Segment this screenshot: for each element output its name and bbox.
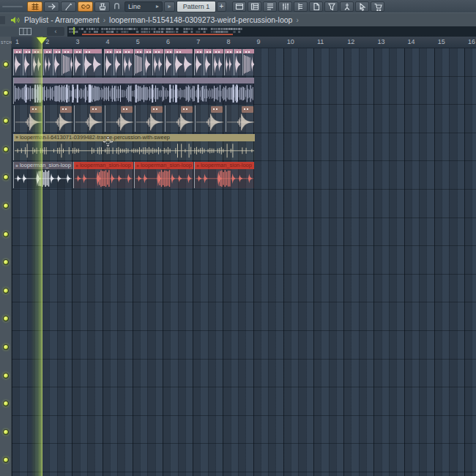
audio-clip-sion-loop[interactable]: »looperman_sion-loop bbox=[194, 162, 254, 188]
mixer-icon bbox=[281, 2, 290, 11]
track-mute-led[interactable] bbox=[3, 90, 9, 96]
track-mute-led[interactable] bbox=[3, 62, 9, 67]
pattern-selector[interactable]: Pattern 1 bbox=[176, 1, 216, 12]
clip-waveform bbox=[14, 170, 72, 187]
open-touch-button[interactable] bbox=[340, 1, 354, 12]
track-mute-led[interactable] bbox=[3, 231, 9, 237]
top-toolbar: Line ▸ ▸ Pattern 1 + bbox=[0, 0, 476, 12]
audio-clip-percussion-chops[interactable] bbox=[134, 49, 143, 75]
clip-label: looperman-l-6413071-0399482-trance-percu… bbox=[20, 134, 170, 141]
playlist-grid[interactable]: »looperman-l-6413071-0399482-trance-perc… bbox=[12, 48, 476, 476]
audio-clip-percussion-chops[interactable] bbox=[212, 49, 223, 75]
track-mute-led[interactable] bbox=[3, 401, 9, 406]
open-hand-button[interactable] bbox=[355, 1, 369, 12]
track-mute-led[interactable] bbox=[3, 457, 9, 463]
open-channel-rack-button[interactable] bbox=[263, 1, 277, 12]
bar-number: 5 bbox=[136, 38, 140, 45]
track-mute-led[interactable] bbox=[3, 203, 9, 209]
audio-clip-percussion-chops[interactable] bbox=[31, 49, 42, 75]
audio-clip-percussion-chops[interactable] bbox=[234, 49, 242, 75]
audio-clip-percussion-chops[interactable] bbox=[73, 49, 82, 75]
audio-clip-percussion-chops[interactable] bbox=[174, 49, 193, 75]
breadcrumb-playlist[interactable]: Playlist - Arrangement bbox=[24, 15, 100, 24]
track-mute-led[interactable] bbox=[3, 174, 9, 180]
audio-clip-percussion-chops[interactable] bbox=[164, 49, 173, 75]
track-mute-led[interactable] bbox=[3, 259, 9, 265]
clip-header bbox=[144, 49, 152, 53]
audio-clip-percussion-chops[interactable] bbox=[53, 49, 61, 75]
track-mute-led[interactable] bbox=[3, 316, 9, 321]
clip-waveform bbox=[225, 54, 233, 74]
audio-clip-percussion-chops[interactable] bbox=[114, 49, 122, 75]
plus-icon: + bbox=[220, 2, 224, 10]
audio-clip-sweep-hits[interactable] bbox=[105, 105, 134, 132]
snap-selector[interactable]: Line ▸ bbox=[124, 1, 163, 12]
open-browser-button[interactable] bbox=[294, 1, 308, 12]
track-mute-led[interactable] bbox=[3, 118, 9, 124]
audio-clip-percussion-chops[interactable] bbox=[23, 49, 31, 75]
audio-clip-sion-loop[interactable]: »looperman_sion-loop bbox=[13, 162, 72, 188]
paint-tool-button[interactable] bbox=[44, 1, 59, 12]
master-slider[interactable] bbox=[2, 6, 23, 7]
open-funnel-button[interactable] bbox=[324, 1, 338, 12]
clip-header bbox=[44, 49, 52, 53]
audio-clip-percussion-chops[interactable] bbox=[152, 49, 163, 75]
timeline-ruler[interactable]: 12345678910111213141516 bbox=[12, 37, 476, 48]
track-mute-led[interactable] bbox=[3, 429, 9, 435]
clip-play-icon: » bbox=[75, 163, 78, 168]
open-cart-button[interactable] bbox=[371, 1, 384, 12]
audio-clip-sweep-hits[interactable] bbox=[74, 105, 103, 132]
clip-waveform bbox=[165, 54, 173, 74]
track-mute-led[interactable] bbox=[3, 146, 9, 152]
track-mute-led[interactable] bbox=[3, 288, 9, 294]
draw-tool-button[interactable] bbox=[27, 1, 42, 12]
audio-clip-sion-loop[interactable]: »looperman_sion-loop bbox=[134, 162, 193, 188]
clip-waveform bbox=[144, 54, 152, 74]
audio-clip-sweep-hits[interactable] bbox=[165, 105, 194, 132]
overview-minimap[interactable] bbox=[67, 26, 476, 37]
audio-clip-sweep-hits[interactable] bbox=[14, 105, 43, 132]
open-piano-roll-button[interactable] bbox=[248, 1, 261, 12]
overview-strip[interactable]: ‹ bbox=[0, 26, 476, 37]
bar-number: 3 bbox=[75, 38, 79, 45]
scroll-left-button[interactable]: ‹ bbox=[47, 27, 64, 36]
open-mixer-button[interactable] bbox=[278, 1, 292, 12]
audio-clip-percussion-chops[interactable] bbox=[122, 49, 133, 75]
document-icon bbox=[312, 2, 321, 11]
pattern-nav-button[interactable]: ▸ bbox=[164, 1, 175, 12]
audio-clip-percussion-chops[interactable] bbox=[242, 49, 254, 75]
clip-header: »looperman_sion-loop bbox=[74, 162, 133, 169]
breadcrumb-arrangement-name[interactable]: looperman-l-5154148-0309273-weird-percus… bbox=[109, 15, 292, 24]
keyboard-icon bbox=[19, 28, 31, 35]
audio-clip-percussion-chops[interactable] bbox=[204, 49, 212, 75]
open-document-button[interactable] bbox=[309, 1, 323, 12]
open-window-button[interactable] bbox=[232, 1, 246, 12]
audio-clip-percussion-chops[interactable] bbox=[43, 49, 52, 75]
channel-rack-icon bbox=[266, 2, 275, 11]
audio-clip-percussion-chops[interactable] bbox=[62, 49, 72, 75]
stamp-tool-button[interactable] bbox=[94, 1, 110, 12]
clip-waveform bbox=[74, 54, 82, 74]
clip-waveform bbox=[23, 54, 31, 74]
audio-clip-percussion-chops[interactable] bbox=[83, 49, 102, 75]
audio-clip-sweep-hits[interactable] bbox=[135, 105, 164, 132]
audio-clip-trance-percussion[interactable]: »looperman-l-6413071-0399482-trance-perc… bbox=[13, 134, 255, 160]
clip-waveform bbox=[14, 54, 22, 74]
audio-clip-percussion-chops[interactable] bbox=[104, 49, 113, 75]
audio-clip-percussion-chops[interactable] bbox=[224, 49, 233, 75]
audio-clip-sweep-hits[interactable] bbox=[195, 105, 224, 132]
bar-number: 4 bbox=[106, 38, 110, 45]
audio-clip-sion-loop[interactable]: »looperman_sion-loop bbox=[73, 162, 133, 188]
audio-clip-sweep-hits[interactable] bbox=[226, 105, 255, 132]
track-mute-led[interactable] bbox=[3, 373, 9, 379]
audio-clip-drum-loop[interactable] bbox=[13, 78, 254, 104]
audio-clip-percussion-chops[interactable] bbox=[13, 49, 22, 75]
audio-clip-percussion-chops[interactable] bbox=[194, 49, 203, 75]
track-mute-led[interactable] bbox=[3, 344, 9, 350]
audio-clip-percussion-chops[interactable] bbox=[144, 49, 152, 75]
add-pattern-button[interactable]: + bbox=[217, 1, 226, 12]
audio-clip-sweep-hits[interactable] bbox=[44, 105, 73, 132]
bar-number: 8 bbox=[226, 38, 230, 45]
slip-tool-button[interactable] bbox=[61, 1, 76, 12]
slice-tool-button[interactable] bbox=[78, 1, 93, 12]
